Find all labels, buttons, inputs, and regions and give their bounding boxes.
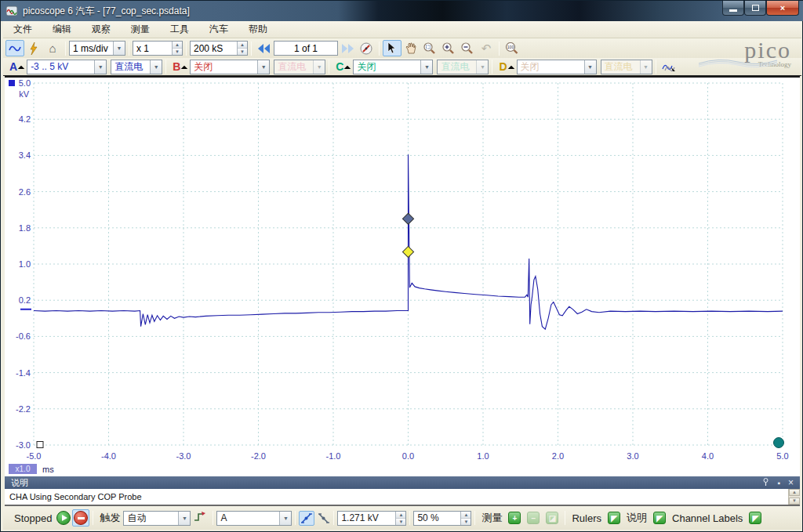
- menu-automotive[interactable]: 汽车: [199, 20, 238, 38]
- y-tick-label: -0.6: [16, 331, 31, 341]
- math-channels-button[interactable]: [659, 59, 678, 75]
- y-tick-label: -1.4: [16, 368, 31, 378]
- x-tick-label: -3.0: [176, 451, 191, 461]
- trigger-level-value: 1.271 kV: [338, 512, 395, 525]
- advanced-trigger-icon[interactable]: [194, 511, 206, 525]
- axis-offset-handle[interactable]: [37, 442, 43, 448]
- trigger-source-value: A: [217, 512, 279, 523]
- up-arrow-icon: ▲: [461, 512, 471, 519]
- pointer-tool-icon: [387, 42, 397, 54]
- zoom-in-button[interactable]: [439, 40, 458, 56]
- trigger-level-stepper[interactable]: 1.271 kV ▲▼: [337, 511, 406, 526]
- pretrigger-stepper[interactable]: 50 % ▲▼: [413, 511, 471, 526]
- start-button[interactable]: [56, 511, 71, 525]
- ruler-handle-diamond[interactable]: [402, 213, 413, 224]
- stepper-arrows[interactable]: ▲▼: [237, 42, 247, 55]
- stepper-arrows[interactable]: ▲▼: [172, 42, 182, 55]
- menu-tools[interactable]: 工具: [160, 20, 199, 38]
- zoom-100-button[interactable]: 100: [503, 40, 521, 56]
- zoom-marquee-button[interactable]: [420, 40, 439, 56]
- notes-content[interactable]: CHA Using Secondary COP Probe: [5, 489, 788, 505]
- zoom-badge-label: x1.0: [16, 465, 31, 473]
- minimize-panel-icon[interactable]: ▪: [777, 479, 780, 487]
- separator: [129, 42, 129, 56]
- pin-icon[interactable]: [762, 478, 769, 488]
- rulers-toggle-button[interactable]: ◤: [608, 512, 620, 524]
- pointer-tool-button[interactable]: [383, 40, 402, 56]
- zoom-undo-button[interactable]: ↶: [477, 40, 496, 56]
- channel-c-range-select[interactable]: 关闭 ▼: [353, 60, 433, 74]
- minimize-button[interactable]: [722, 1, 744, 16]
- separator: [65, 42, 66, 56]
- close-button[interactable]: ×: [766, 1, 799, 16]
- x-tick-label: -4.0: [101, 451, 116, 461]
- separator: [474, 511, 475, 525]
- channel-toolbar: A -3 .. 5 kV ▼ 直流电 ▼ B 关闭 ▼ 直流电 ▼ C 关闭 ▼: [3, 58, 801, 76]
- restore-button[interactable]: [744, 1, 766, 16]
- rising-edge-button[interactable]: [299, 511, 314, 526]
- separator: [379, 42, 380, 56]
- scroll-up-icon[interactable]: ▲: [789, 489, 800, 496]
- timebase-select[interactable]: 1 ms/div ▼: [69, 41, 125, 56]
- channel-a-indicator: [9, 80, 15, 86]
- trigger-mode-select[interactable]: 自动 ▼: [123, 511, 191, 526]
- stepper-arrows[interactable]: ▲▼: [460, 512, 471, 525]
- menu-view[interactable]: 观察: [82, 20, 121, 38]
- separator: [499, 42, 500, 56]
- x-tick-label: 0.0: [402, 451, 414, 461]
- channel-c-coupling-select: 直流电 ▼: [437, 60, 489, 74]
- channel-labels-toggle-button[interactable]: ◤: [749, 512, 761, 524]
- menu-measure[interactable]: 测量: [121, 20, 160, 38]
- stepper-arrows[interactable]: ▲▼: [395, 512, 405, 525]
- falling-edge-icon[interactable]: [318, 512, 330, 524]
- buffer-navigator-button[interactable]: [357, 40, 376, 56]
- menu-help[interactable]: 帮助: [238, 20, 278, 38]
- next-buffer-button[interactable]: [338, 40, 357, 56]
- home-button[interactable]: ⌂: [43, 40, 62, 56]
- channel-d-label[interactable]: D: [499, 60, 507, 73]
- x-tick-label: 2.0: [552, 451, 564, 461]
- menu-edit[interactable]: 编辑: [42, 20, 82, 38]
- channel-b-menu-icon[interactable]: [181, 66, 187, 72]
- channel-d-coupling-select: 直流电 ▼: [601, 60, 652, 74]
- channel-d-menu-icon[interactable]: [507, 66, 514, 72]
- trigger-marker-diamond[interactable]: [402, 246, 413, 257]
- scope-view[interactable]: 5.04.23.42.61.81.00.2-0.6-1.4-2.2-3.0kV-…: [5, 76, 800, 476]
- close-panel-icon[interactable]: ×: [788, 477, 794, 488]
- add-measurement-button[interactable]: +: [508, 512, 521, 524]
- stop-button[interactable]: [74, 511, 88, 525]
- trigger-source-select[interactable]: A ▼: [216, 511, 292, 526]
- separator: [656, 60, 656, 74]
- timebase-value: 1 ms/div: [70, 43, 113, 54]
- channel-c-label[interactable]: C: [336, 60, 343, 73]
- menu-file[interactable]: 文件: [3, 20, 42, 38]
- buffer-position-box[interactable]: 1 of 1: [274, 41, 338, 56]
- channel-b-label[interactable]: B: [173, 60, 180, 73]
- prev-buffer-button[interactable]: [255, 40, 274, 56]
- channel-d-coupling: 直流电: [601, 60, 640, 74]
- chevron-down-icon: ▼: [584, 60, 596, 74]
- time-axis-handle[interactable]: [774, 438, 784, 448]
- channel-b-range-select[interactable]: 关闭 ▼: [190, 60, 270, 74]
- hand-tool-button[interactable]: [402, 40, 420, 56]
- rulers-label: Rulers: [572, 512, 601, 524]
- scroll-down-icon[interactable]: ▼: [789, 498, 800, 505]
- channel-c-menu-icon[interactable]: [344, 66, 351, 72]
- zoom-multiplier-stepper[interactable]: x 1 ▲▼: [133, 41, 183, 56]
- pico-logo: pico Technology: [705, 40, 791, 68]
- zoom-out-button[interactable]: [458, 40, 477, 56]
- notes-scrollbar[interactable]: ▲ ▼: [788, 489, 800, 505]
- samples-stepper[interactable]: 200 kS ▲▼: [190, 41, 248, 56]
- y-tick-label: 3.4: [19, 150, 31, 160]
- channel-d-range-select[interactable]: 关闭 ▼: [517, 60, 597, 74]
- channel-a-label[interactable]: A: [9, 60, 17, 73]
- channel-a-coupling-select[interactable]: 直流电 ▼: [111, 60, 162, 74]
- scope-view-button[interactable]: [5, 40, 24, 56]
- channel-a-range-select[interactable]: -3 .. 5 kV ▼: [27, 60, 107, 74]
- separator: [333, 511, 334, 525]
- zoom-undo-icon: ↶: [481, 42, 492, 54]
- notes-toggle-button[interactable]: ◤: [653, 512, 666, 524]
- notes-panel-title: 说明: [11, 477, 28, 489]
- connect-device-button[interactable]: [24, 40, 43, 56]
- channel-a-menu-icon[interactable]: [18, 66, 24, 72]
